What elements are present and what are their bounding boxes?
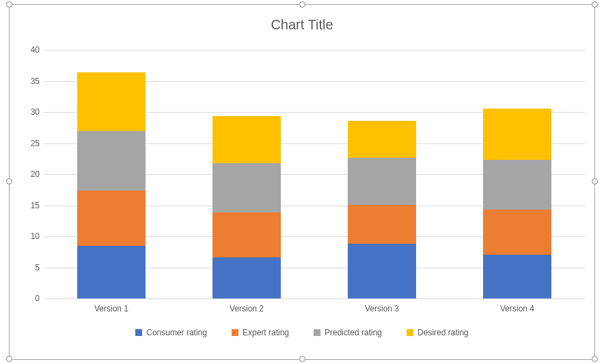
bar-segment-predicted-rating[interactable]	[212, 163, 281, 212]
plot-area[interactable]: 0510152025303540Version 1Version 2Versio…	[44, 50, 585, 298]
legend[interactable]: Consumer ratingExpert ratingPredicted ra…	[10, 327, 594, 337]
y-axis-tick-label: 15	[12, 201, 40, 210]
x-axis-category-label: Version 3	[348, 304, 416, 313]
legend-swatch-icon	[232, 329, 238, 336]
resize-handle-bottom-middle[interactable]	[299, 356, 305, 362]
resize-handle-top-middle[interactable]	[299, 1, 305, 8]
y-axis-tick-label: 35	[12, 77, 40, 85]
legend-swatch-icon	[407, 329, 413, 336]
bar-segment-desired-rating[interactable]	[212, 116, 281, 163]
bar-segment-desired-rating[interactable]	[77, 72, 146, 131]
bar-segment-consumer-rating[interactable]	[348, 244, 416, 298]
y-axis-tick-label: 40	[12, 46, 40, 54]
x-axis-category-label: Version 2	[212, 304, 281, 313]
legend-item-consumer-rating[interactable]: Consumer rating	[135, 327, 207, 337]
y-axis-tick-label: 30	[12, 108, 40, 116]
bar-segment-consumer-rating[interactable]	[483, 255, 551, 298]
x-axis-category-label: Version 1	[77, 304, 146, 313]
resize-handle-top-right[interactable]	[592, 1, 598, 8]
bar-segment-predicted-rating[interactable]	[77, 131, 146, 190]
bar-version-4[interactable]: Version 4	[483, 50, 551, 298]
resize-handle-middle-right[interactable]	[592, 178, 598, 184]
bar-segment-desired-rating[interactable]	[348, 121, 416, 158]
y-axis-tick-label: 5	[12, 264, 40, 272]
legend-swatch-icon	[135, 329, 142, 336]
bar-version-2[interactable]: Version 2	[212, 50, 281, 298]
bar-segment-desired-rating[interactable]	[483, 109, 551, 160]
y-axis-tick-label: 0	[12, 294, 40, 303]
bar-segment-consumer-rating[interactable]	[212, 257, 281, 298]
resize-handle-bottom-right[interactable]	[592, 356, 598, 362]
bar-segment-predicted-rating[interactable]	[348, 158, 416, 204]
legend-label: Desired rating	[417, 328, 469, 337]
legend-label: Expert rating	[243, 328, 289, 337]
chart-object[interactable]: Chart Title 0510152025303540Version 1Ver…	[0, 0, 604, 364]
chart-title[interactable]: Chart Title	[10, 17, 594, 33]
y-axis-tick-label: 10	[12, 232, 40, 240]
resize-handle-middle-left[interactable]	[6, 178, 12, 184]
x-axis-category-label: Version 4	[483, 304, 551, 313]
legend-item-expert-rating[interactable]: Expert rating	[232, 327, 289, 337]
bar-segment-predicted-rating[interactable]	[483, 160, 551, 210]
bar-version-1[interactable]: Version 1	[77, 50, 146, 298]
y-axis-tick-label: 25	[12, 139, 40, 148]
legend-label: Consumer rating	[146, 328, 207, 337]
legend-item-predicted-rating[interactable]: Predicted rating	[314, 327, 382, 337]
bar-segment-expert-rating[interactable]	[348, 205, 416, 244]
bar-segment-expert-rating[interactable]	[483, 210, 551, 255]
y-axis-tick-label: 20	[12, 170, 40, 178]
bar-segment-expert-rating[interactable]	[212, 212, 281, 257]
chart-frame[interactable]: Chart Title 0510152025303540Version 1Ver…	[9, 4, 595, 360]
gridline	[44, 298, 585, 299]
legend-swatch-icon	[314, 329, 320, 336]
resize-handle-bottom-left[interactable]	[6, 356, 12, 362]
legend-item-desired-rating[interactable]: Desired rating	[407, 327, 469, 337]
bar-version-3[interactable]: Version 3	[348, 50, 416, 298]
legend-label: Predicted rating	[325, 328, 382, 337]
resize-handle-top-left[interactable]	[6, 1, 12, 8]
bar-segment-consumer-rating[interactable]	[77, 246, 146, 298]
bar-segment-expert-rating[interactable]	[77, 191, 146, 246]
